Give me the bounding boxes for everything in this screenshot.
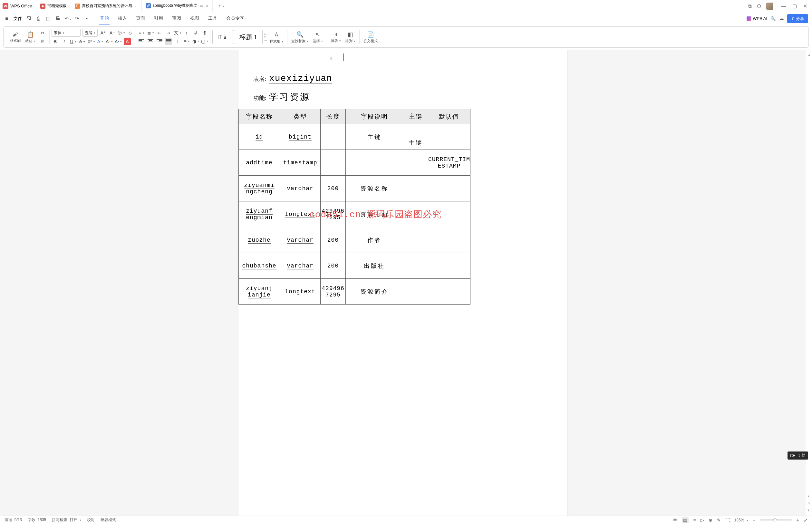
official-mode-button[interactable]: 📄 公文模式 bbox=[362, 28, 380, 46]
user-avatar[interactable] bbox=[766, 3, 773, 10]
nav-object-icon[interactable]: ○ bbox=[808, 501, 810, 505]
ime-indicator[interactable]: CH ☽ 简 bbox=[788, 452, 808, 460]
rail-arrow-icon[interactable]: ◂ bbox=[808, 53, 810, 58]
bold-button[interactable]: B bbox=[52, 38, 59, 45]
maximize-icon[interactable]: ▢ bbox=[792, 3, 797, 9]
tab-word-doc[interactable]: W springbootb7wby数据库文 ▭ × bbox=[142, 0, 213, 12]
search-icon[interactable]: 🔍 bbox=[770, 16, 776, 21]
tab-home[interactable]: 开始 bbox=[99, 13, 110, 24]
table-row[interactable]: addtime timestamp CURRENT_TIMESTAMP bbox=[239, 150, 470, 176]
print-preview-icon[interactable]: ◫ bbox=[45, 15, 51, 21]
increase-font-icon[interactable]: A⁺ bbox=[100, 29, 107, 36]
scroll-up-icon[interactable]: ▴ bbox=[808, 494, 810, 498]
align-center-icon[interactable] bbox=[147, 38, 154, 45]
file-menu[interactable]: 文件 bbox=[14, 16, 22, 21]
show-marks-icon[interactable]: ¶ bbox=[201, 29, 208, 36]
superscript-button[interactable]: X²▾ bbox=[88, 38, 95, 45]
align-left-icon[interactable] bbox=[138, 38, 145, 45]
wps-ai-button[interactable]: WPS AI bbox=[747, 16, 767, 21]
paste-group[interactable]: 📋 粘贴▾ bbox=[23, 28, 37, 46]
line-spacing-icon[interactable]: ≡▾ bbox=[183, 38, 190, 45]
copy-icon[interactable]: ⎘ bbox=[39, 38, 46, 45]
text-cursor bbox=[343, 53, 344, 61]
number-list-icon[interactable]: ≣▾ bbox=[147, 29, 154, 36]
style-panel-button[interactable]: Ａ 样式集▾ bbox=[268, 28, 285, 46]
cube-icon[interactable]: ⬡ bbox=[757, 3, 761, 9]
tab-tools[interactable]: 工具 bbox=[208, 13, 218, 24]
table-row[interactable]: ziyuanfengmian longtext 4294967295 资源封面 bbox=[239, 201, 470, 227]
cloud-sync-icon[interactable]: ☁ bbox=[779, 15, 784, 21]
italic-button[interactable]: I bbox=[61, 38, 68, 45]
borders-icon[interactable]: ▢▾ bbox=[201, 38, 208, 45]
bullet-list-icon[interactable]: ≡▾ bbox=[138, 29, 145, 36]
font-color-button[interactable]: A▾ bbox=[115, 38, 122, 45]
shading-icon[interactable]: ◑▾ bbox=[192, 38, 199, 45]
multi-window-icon[interactable]: ⧉ bbox=[748, 3, 752, 9]
align-justify-icon[interactable] bbox=[165, 38, 172, 45]
arrange-button[interactable]: ◧ 排列▾ bbox=[344, 28, 357, 46]
tab-close-icon[interactable]: × bbox=[206, 3, 209, 9]
decrease-font-icon[interactable]: A⁻ bbox=[109, 29, 116, 36]
decrease-indent-icon[interactable]: ⇤ bbox=[156, 29, 163, 36]
line-break-icon[interactable]: ↲ bbox=[192, 29, 199, 36]
tab-templates[interactable]: ◆ 找稻壳模板 bbox=[36, 0, 71, 12]
ribbon-tabs: 开始 插入 页面 引用 审阅 视图 工具 会员专享 bbox=[99, 13, 245, 24]
undo-icon[interactable]: ↶▾ bbox=[64, 15, 70, 21]
tab-review[interactable]: 审阅 bbox=[171, 13, 182, 24]
minimize-icon[interactable]: — bbox=[781, 3, 786, 9]
clear-format-icon[interactable]: ◇ bbox=[127, 29, 134, 36]
table-row[interactable]: ziyuanjianjie longtext 4294967295 资源简介 bbox=[239, 279, 470, 305]
print-icon[interactable]: ⎙ bbox=[35, 16, 41, 21]
table-name-value[interactable]: xuexiziyuan bbox=[269, 73, 332, 84]
select-button[interactable]: ↖ 选择▾ bbox=[311, 28, 325, 46]
strikethrough-button[interactable]: A▾ bbox=[79, 38, 86, 45]
tab-view[interactable]: 视图 bbox=[189, 13, 200, 24]
close-icon[interactable]: ✕ bbox=[803, 3, 808, 9]
font-size-select[interactable]: 五号▾ bbox=[82, 29, 98, 37]
distribute-icon[interactable]: ⫴ bbox=[174, 38, 181, 45]
underline-button[interactable]: U▾ bbox=[70, 38, 77, 45]
table-header-row: 字段名称 类型 长度 字段说明 主键 默认值 bbox=[239, 109, 470, 124]
sort-icon[interactable]: ↕ bbox=[183, 29, 190, 36]
save-icon[interactable]: 🖫 bbox=[26, 16, 32, 21]
tab-vip[interactable]: 会员专享 bbox=[226, 13, 245, 24]
tab-reference[interactable]: 引用 bbox=[153, 13, 164, 24]
text-direction-icon[interactable]: 文▾ bbox=[174, 29, 181, 36]
find-replace-button[interactable]: 🔍 查找替换▾ bbox=[289, 28, 310, 46]
style-heading1[interactable]: 标题 1 bbox=[234, 30, 263, 44]
casting-icon[interactable]: ▭ bbox=[199, 3, 203, 8]
tab-ppt-doc[interactable]: P 高校自习室预约系统的设计与实现.pp bbox=[71, 0, 142, 12]
new-tab-button[interactable]: ＋▾ bbox=[213, 3, 229, 9]
document-page[interactable]: ⠿ 表名: xuexiziyuan 功能: 学习资源 code51.cn-源码乐… bbox=[238, 50, 567, 515]
align-right-icon[interactable] bbox=[156, 38, 163, 45]
font-name-select[interactable]: 宋体▾ bbox=[52, 29, 81, 37]
format-painter-group[interactable]: 🖌 格式刷 bbox=[8, 28, 22, 46]
export-icon[interactable]: 🖶 bbox=[55, 16, 61, 21]
text-effect-button[interactable]: A▾ bbox=[97, 38, 104, 45]
cut-icon[interactable]: ✂ bbox=[39, 29, 46, 36]
table-row[interactable]: id bigint 主键 主键 bbox=[239, 124, 470, 150]
tab-insert[interactable]: 插入 bbox=[117, 13, 128, 24]
share-button[interactable]: ⇪ 分享 bbox=[787, 14, 808, 23]
table-row[interactable]: zuozhe varchar 200 作者 bbox=[239, 227, 470, 253]
increase-indent-icon[interactable]: ⇥ bbox=[165, 29, 172, 36]
document-scroll-area[interactable]: ⠿ 表名: xuexiziyuan 功能: 学习资源 code51.cn-源码乐… bbox=[0, 50, 806, 515]
redo-icon[interactable]: ↷ bbox=[74, 15, 80, 21]
style-body[interactable]: 正文 bbox=[212, 30, 233, 44]
layout-button[interactable]: ⫞ 排版▾ bbox=[329, 28, 343, 46]
char-shading-button[interactable]: A bbox=[124, 38, 131, 45]
workspace: ⠿ 表名: xuexiziyuan 功能: 学习资源 code51.cn-源码乐… bbox=[0, 50, 812, 515]
phonetic-guide-icon[interactable]: ㊥▾ bbox=[118, 29, 125, 36]
tab-page[interactable]: 页面 bbox=[135, 13, 146, 24]
menu-hamburger-icon[interactable]: ≡ bbox=[4, 16, 10, 21]
function-value[interactable]: 学习资源 bbox=[269, 91, 310, 103]
style-gallery-arrows[interactable]: ▴▾⋯ bbox=[264, 32, 267, 42]
ribbon: 🖌 格式刷 📋 粘贴▾ ✂ ⎘ 宋体▾ 五号▾ A⁺ A⁻ ㊥▾ ◇ B I U… bbox=[3, 27, 809, 48]
schema-table[interactable]: 字段名称 类型 长度 字段说明 主键 默认值 id bigint 主键 主键 a… bbox=[238, 109, 470, 305]
table-row[interactable]: chubanshe varchar 200 出版社 bbox=[239, 253, 470, 279]
more-qat-icon[interactable]: ▾ bbox=[84, 17, 89, 20]
highlight-button[interactable]: A▾ bbox=[106, 38, 113, 45]
find-icon: 🔍 bbox=[296, 31, 303, 38]
scroll-down-icon[interactable]: ▾ bbox=[808, 508, 810, 512]
table-row[interactable]: ziyuanmingcheng varchar 200 资源名称 bbox=[239, 176, 470, 201]
